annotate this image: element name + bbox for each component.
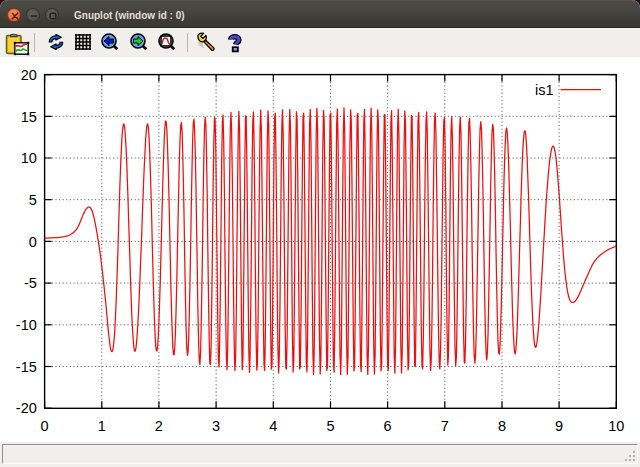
svg-text:15: 15 [21, 109, 37, 125]
svg-text:5: 5 [326, 418, 334, 434]
svg-text:is1: is1 [535, 82, 554, 98]
svg-text:0: 0 [29, 234, 37, 250]
svg-text:2: 2 [155, 418, 163, 434]
svg-text:-5: -5 [24, 275, 37, 291]
svg-text:8: 8 [498, 418, 506, 434]
svg-text:4: 4 [269, 418, 277, 434]
svg-text:20: 20 [21, 67, 37, 83]
svg-text:0: 0 [41, 418, 49, 434]
svg-text:10: 10 [608, 418, 624, 434]
svg-text:-15: -15 [16, 359, 37, 375]
svg-text:5: 5 [29, 192, 37, 208]
svg-text:1: 1 [98, 418, 106, 434]
svg-text:6: 6 [384, 418, 392, 434]
svg-text:-10: -10 [16, 317, 37, 333]
svg-text:-20: -20 [16, 400, 37, 416]
svg-text:3: 3 [212, 418, 220, 434]
svg-text:9: 9 [555, 418, 563, 434]
svg-text:10: 10 [21, 150, 37, 166]
svg-text:7: 7 [441, 418, 449, 434]
